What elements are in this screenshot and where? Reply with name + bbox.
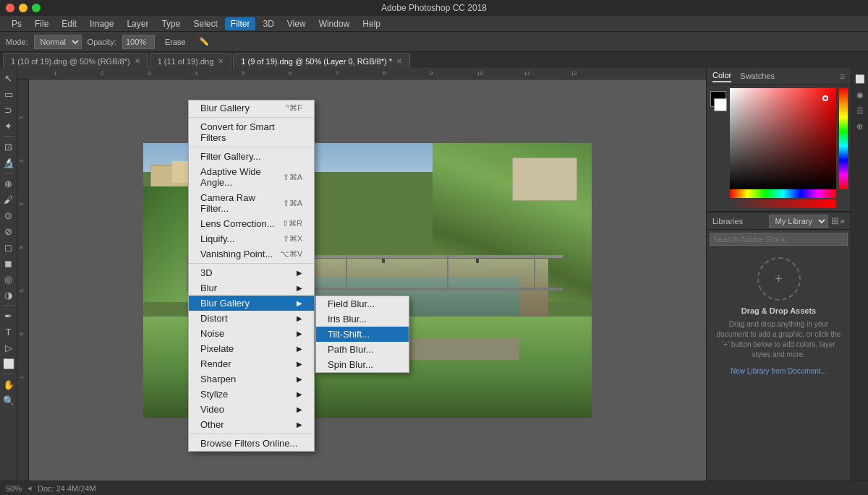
tab-2[interactable]: 1 (9 of 19).dng @ 50% (Layer 0, RGB/8*) …	[233, 53, 410, 68]
zoom-tool[interactable]: 🔍	[1, 393, 16, 408]
eyedropper-tool[interactable]: 🔬	[1, 155, 16, 170]
submenu-field-blur[interactable]: Field Blur...	[316, 296, 409, 311]
libraries-grid-icon[interactable]: ⊞	[831, 215, 839, 226]
libraries-close-icon[interactable]: ≡	[841, 217, 845, 225]
right-panel-icon-2[interactable]: ◉	[854, 88, 867, 101]
menu-help[interactable]: Help	[357, 17, 386, 30]
menu-distort[interactable]: Distort ▶	[189, 311, 314, 326]
left-toolbar: ↖ ▭ ⊃ ✦ ⊡ 🔬 ⊕ 🖌 ⊙ ⊘ ◻ ◼ ◎ ◑ ✒ T ▷ ⬜ ✋ 🔍	[0, 68, 17, 481]
menu-filter-gallery[interactable]: Filter Gallery...	[189, 149, 314, 164]
maximize-button[interactable]	[32, 4, 41, 12]
canvas-area[interactable]: 1 2 3 4 5 6 7 8 9 10 11 12 1 2 3 4 5 6 7	[17, 68, 706, 481]
lasso-tool[interactable]: ⊃	[1, 103, 16, 117]
menu-ps[interactable]: Ps	[6, 17, 27, 30]
eraser-tool[interactable]: ◻	[1, 240, 16, 254]
libraries-dropdown[interactable]: My Library	[769, 215, 828, 228]
select-tool[interactable]: ▭	[1, 87, 16, 101]
menu-filter[interactable]: Filter	[225, 17, 256, 30]
tab-2-close[interactable]: ✕	[396, 57, 402, 65]
right-panel-icon-1[interactable]: ⬜	[854, 72, 867, 85]
alpha-slider[interactable]	[730, 199, 836, 208]
menu-render[interactable]: Render ▶	[189, 356, 314, 371]
tab-1-label: 1 (11 of 19).dng	[158, 57, 214, 66]
color-panel-close[interactable]: ≡	[840, 72, 845, 82]
menu-blur[interactable]: Blur ▶	[189, 280, 314, 296]
menu-image[interactable]: Image	[84, 17, 119, 30]
menu-type[interactable]: Type	[156, 17, 186, 30]
tab-1-close[interactable]: ✕	[218, 57, 224, 65]
menu-file[interactable]: File	[29, 17, 54, 30]
fg-bg-area	[710, 91, 727, 111]
color-swatches-panel: Color Swatches ≡	[707, 68, 851, 212]
menu-3d[interactable]: 3D ▶	[189, 265, 314, 280]
brush-tool[interactable]: 🖌	[1, 192, 16, 207]
tab-0[interactable]: 1 (10 of 19).dng @ 50% (RGB/8*) ✕	[3, 53, 148, 68]
submenu-spin-blur[interactable]: Spin Blur...	[316, 357, 409, 372]
menu-other[interactable]: Other ▶	[189, 417, 314, 432]
libraries-search-input[interactable]	[710, 233, 848, 246]
type-tool[interactable]: T	[1, 324, 16, 339]
menu-adaptive-wide-angle[interactable]: Adaptive Wide Angle... ⇧⌘A	[189, 164, 314, 190]
menu-layer[interactable]: Layer	[121, 17, 154, 30]
tab-1[interactable]: 1 (11 of 19).dng ✕	[150, 53, 232, 68]
menu-vanishing-point[interactable]: Vanishing Point... ⌥⌘V	[189, 246, 314, 262]
new-library-link[interactable]: New Library from Document...	[731, 367, 827, 375]
filter-dropdown-menu[interactable]: Blur Gallery ^⌘F Convert for Smart Filte…	[188, 100, 315, 452]
menu-edit[interactable]: Edit	[56, 17, 82, 30]
shape-tool[interactable]: ⬜	[1, 356, 16, 371]
menu-view[interactable]: View	[281, 17, 312, 30]
hue-slider[interactable]	[730, 189, 836, 198]
heal-tool[interactable]: ⊕	[1, 176, 16, 191]
menu-noise[interactable]: Noise ▶	[189, 326, 314, 341]
blur-gallery-submenu[interactable]: Field Blur... Iris Blur... Tilt-Shift...…	[315, 296, 409, 373]
opacity-input[interactable]	[122, 35, 155, 49]
canvas-content	[29, 79, 706, 481]
ruler-vtick-3: 3	[18, 202, 25, 205]
move-tool[interactable]: ↖	[1, 71, 16, 85]
gradient-tool[interactable]: ◼	[1, 256, 16, 270]
bottom-arrow-left[interactable]: ◂	[27, 483, 32, 493]
submenu-tilt-shift[interactable]: Tilt-Shift...	[316, 327, 409, 342]
close-button[interactable]	[6, 4, 14, 12]
color-tab[interactable]: Color	[712, 71, 731, 82]
menu-video[interactable]: Video ▶	[189, 402, 314, 417]
crop-tool[interactable]: ⊡	[1, 139, 16, 154]
erase-button[interactable]: Erase	[161, 37, 190, 47]
mode-select[interactable]: Normal	[34, 35, 82, 49]
drag-drop-title: Drag & Drop Assets	[712, 306, 845, 315]
minimize-button[interactable]	[19, 4, 27, 12]
blur-tool[interactable]: ◎	[1, 272, 16, 286]
pen-tool[interactable]: ✒	[1, 309, 16, 323]
menu-browse-filters-online[interactable]: Browse Filters Online...	[189, 436, 314, 451]
dodge-tool[interactable]: ◑	[1, 288, 16, 302]
tool-divider-1	[3, 136, 14, 137]
ruler-vtick-5: 5	[18, 289, 25, 292]
history-tool[interactable]: ⊘	[1, 224, 16, 238]
menu-blur-gallery-header[interactable]: Blur Gallery ^⌘F	[189, 100, 314, 116]
blur-gallery-shortcut: ^⌘F	[286, 103, 302, 113]
hue-vertical[interactable]	[839, 88, 848, 189]
submenu-iris-blur[interactable]: Iris Blur...	[316, 311, 409, 327]
bg-color-swatch[interactable]	[714, 98, 727, 111]
menu-pixelate[interactable]: Pixelate ▶	[189, 341, 314, 356]
menu-liquify[interactable]: Liquify... ⇧⌘X	[189, 231, 314, 246]
menu-blur-gallery[interactable]: Blur Gallery ▶ Field Blur... Iris Blur..…	[189, 296, 314, 311]
menu-convert-smart-filters[interactable]: Convert for Smart Filters	[189, 119, 314, 145]
swatches-tab[interactable]: Swatches	[740, 72, 775, 82]
hand-tool[interactable]: ✋	[1, 377, 16, 392]
tab-0-close[interactable]: ✕	[135, 57, 140, 65]
menu-select[interactable]: Select	[187, 17, 223, 30]
menu-sharpen[interactable]: Sharpen ▶	[189, 371, 314, 387]
clone-tool[interactable]: ⊙	[1, 208, 16, 223]
color-gradient[interactable]	[730, 88, 836, 189]
right-panel-icon-3[interactable]: ☰	[854, 104, 867, 117]
right-panel-icon-4[interactable]: ⊕	[854, 120, 867, 133]
menu-window[interactable]: Window	[313, 17, 356, 30]
menu-lens-correction[interactable]: Lens Correction... ⇧⌘R	[189, 216, 314, 231]
menu-camera-raw[interactable]: Camera Raw Filter... ⇧⌘A	[189, 190, 314, 216]
menu-stylize[interactable]: Stylize ▶	[189, 387, 314, 402]
submenu-path-blur[interactable]: Path Blur...	[316, 342, 409, 357]
path-tool[interactable]: ▷	[1, 340, 16, 355]
menu-3d[interactable]: 3D	[257, 17, 279, 30]
magic-wand-tool[interactable]: ✦	[1, 119, 16, 133]
